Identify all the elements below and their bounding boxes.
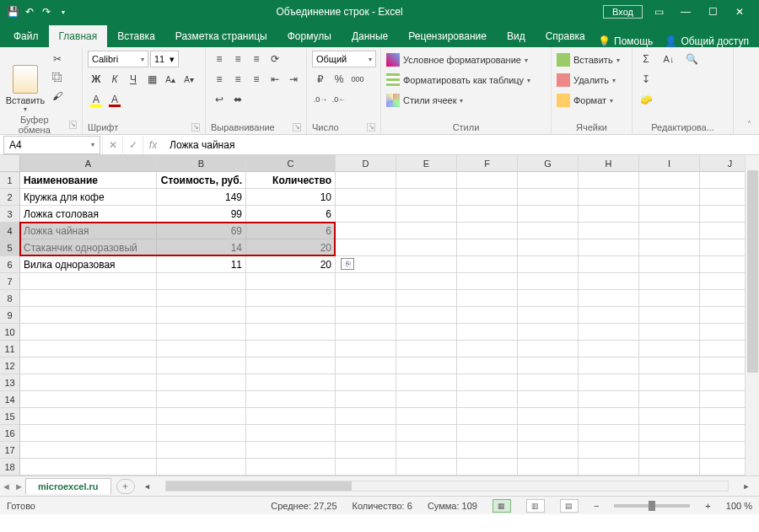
paste-button[interactable]: Вставить ▾ [5,51,46,113]
cell[interactable] [20,357,157,374]
increase-decimal-icon[interactable]: .0→ [312,91,329,108]
vertical-scrollbar[interactable] [745,155,759,476]
column-header[interactable]: C [246,155,336,172]
tab-view[interactable]: Вид [497,25,536,47]
save-icon[interactable]: 💾 [7,6,19,18]
increase-indent-icon[interactable]: ⇥ [285,71,302,88]
bold-button[interactable]: Ж [88,71,105,88]
cell[interactable] [518,189,579,206]
format-painter-icon[interactable]: 🖌 [49,88,66,105]
sheet-nav-prev-icon[interactable]: ◄ [2,481,11,492]
cancel-formula-icon[interactable]: ✕ [102,136,122,154]
comma-icon[interactable]: 000 [349,71,366,88]
cell[interactable] [579,256,639,273]
cell[interactable] [336,172,396,189]
cell[interactable] [157,374,246,391]
cell[interactable] [246,357,336,374]
cell[interactable] [396,459,457,476]
row-header[interactable]: 5 [0,239,20,256]
cell[interactable] [518,425,579,442]
cell[interactable] [579,307,639,324]
cell[interactable] [518,408,579,425]
row-header[interactable]: 12 [0,357,20,374]
cell[interactable] [457,273,518,290]
add-sheet-button[interactable]: ＋ [116,479,135,494]
zoom-thumb[interactable] [649,501,655,511]
enter-formula-icon[interactable]: ✓ [122,136,143,154]
zoom-in-icon[interactable]: + [705,501,710,511]
cell[interactable] [396,273,457,290]
increase-font-icon[interactable]: A▴ [162,71,179,88]
cell[interactable] [639,223,700,239]
row-header[interactable]: 13 [0,374,20,391]
cell[interactable] [396,324,457,341]
cell[interactable] [20,442,157,459]
row-header[interactable]: 4 [0,223,20,239]
cell[interactable] [579,189,639,206]
cell[interactable] [518,391,579,408]
cell[interactable] [396,442,457,459]
cell[interactable] [336,341,396,357]
cell[interactable] [518,307,579,324]
scroll-right-icon[interactable]: ► [740,482,752,491]
cell[interactable] [457,459,518,476]
cell[interactable]: 11 [157,256,246,273]
italic-button[interactable]: К [106,71,123,88]
fx-icon[interactable]: fx [143,136,163,154]
view-page-break-icon[interactable]: ▤ [560,499,579,513]
cell[interactable] [246,425,336,442]
cell[interactable] [20,324,157,341]
scrollbar-thumb[interactable] [747,170,758,373]
cell[interactable] [396,374,457,391]
row-header[interactable]: 11 [0,341,20,357]
cell[interactable] [518,273,579,290]
cell[interactable] [246,442,336,459]
cell[interactable] [336,290,396,307]
view-page-layout-icon[interactable]: ▥ [526,499,545,513]
cell[interactable] [20,341,157,357]
cell[interactable]: Наименование [20,172,157,189]
cell[interactable] [518,206,579,223]
align-bottom-icon[interactable]: ≡ [248,51,265,67]
cell[interactable] [639,273,700,290]
cell[interactable] [518,341,579,357]
currency-icon[interactable]: ₽ [312,71,329,88]
row-header[interactable]: 17 [0,442,20,459]
row-header[interactable]: 10 [0,324,20,341]
cell[interactable] [518,172,579,189]
cell[interactable]: 14 [157,239,246,256]
row-header[interactable]: 15 [0,408,20,425]
cell[interactable] [457,223,518,239]
dialog-launcher-icon[interactable]: ↘ [293,123,301,132]
cell[interactable] [336,459,396,476]
column-header[interactable]: D [336,155,396,172]
cell[interactable] [579,273,639,290]
cell[interactable] [336,206,396,223]
cell[interactable] [336,273,396,290]
cell[interactable] [336,425,396,442]
cells[interactable]: НаименованиеСтоимость, руб.КоличествоКру… [20,172,759,476]
cell[interactable] [157,459,246,476]
cell[interactable] [336,223,396,239]
font-size-combo[interactable]: 11▾ [150,51,179,67]
paste-options-icon[interactable]: ⎘ [341,258,354,270]
cell[interactable] [457,239,518,256]
cut-icon[interactable]: ✂ [49,51,66,67]
cell[interactable]: Ложка столовая [20,206,157,223]
tab-help[interactable]: Справка [536,25,595,47]
cell[interactable]: Стаканчик одноразовый [20,239,157,256]
sort-filter-button[interactable]: A↓ [656,51,681,67]
cell[interactable] [518,442,579,459]
cell[interactable] [518,223,579,239]
cell[interactable] [396,189,457,206]
horizontal-scrollbar[interactable]: ◄ ► [142,481,752,492]
cell[interactable]: Стоимость, руб. [157,172,246,189]
cell[interactable] [396,290,457,307]
cell[interactable] [457,324,518,341]
cell[interactable] [457,374,518,391]
cell[interactable]: 99 [157,206,246,223]
autosum-icon[interactable]: Σ [638,51,654,67]
cell[interactable] [336,442,396,459]
cell[interactable]: 6 [246,223,336,239]
cell[interactable] [457,172,518,189]
